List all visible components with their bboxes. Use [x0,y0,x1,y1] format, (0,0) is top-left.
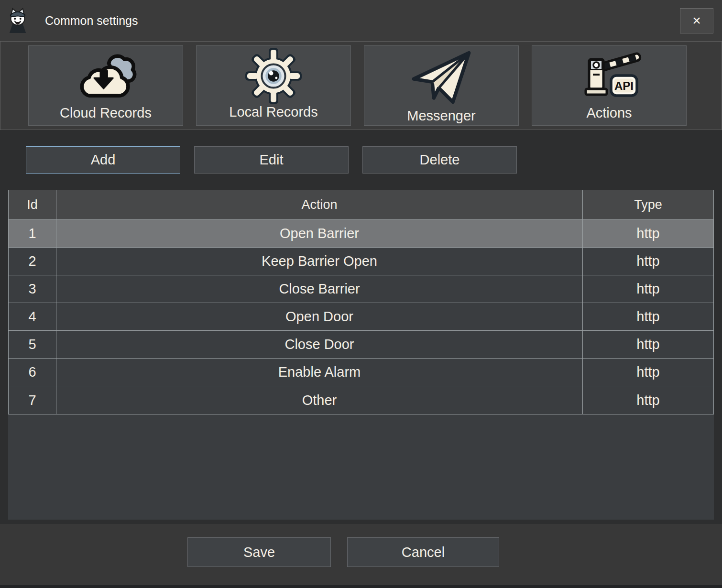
dialog-footer: Save Cancel [0,524,722,588]
row-action-cell: Close Door [56,331,582,358]
row-type-cell: http [582,386,713,414]
table-row[interactable]: 3 Close Barrier http [9,275,713,303]
tab-label: Cloud Records [60,105,152,121]
tab-actions[interactable]: API Actions [532,45,687,126]
edit-button[interactable]: Edit [194,146,349,174]
table-header: Id Action Type [9,190,713,220]
actions-toolbar: Add Edit Delete [0,130,722,174]
tab-cloud-records[interactable]: Cloud Records [28,45,183,126]
cancel-button[interactable]: Cancel [347,537,499,567]
row-action-cell: Enable Alarm [56,359,582,386]
tab-label: Local Records [229,104,317,120]
barrier-api-icon: API [576,46,643,105]
column-header-action: Action [56,190,582,219]
row-id-cell: 4 [9,303,56,330]
table-row[interactable]: 6 Enable Alarm http [9,359,713,386]
row-type-cell: http [582,303,713,330]
row-action-cell: Open Door [56,303,582,330]
main-area: Add Edit Delete Id Action Type 1 Open Ba… [0,130,722,524]
add-button[interactable]: Add [26,146,180,174]
row-action-cell: Keep Barrier Open [56,248,582,275]
row-id-cell: 5 [9,331,56,358]
tab-label: Messenger [407,108,475,124]
tab-local-records[interactable]: Local Records [196,45,351,126]
save-button[interactable]: Save [187,537,331,567]
row-action-cell: Close Barrier [56,275,582,303]
cloud-download-icon [69,46,142,105]
row-type-cell: http [582,275,713,303]
tab-strip: Cloud Records [0,41,722,130]
table-row[interactable]: 4 Open Door http [9,303,713,331]
row-id-cell: 7 [9,386,56,414]
row-id-cell: 1 [9,220,56,247]
row-type-cell: http [582,248,713,275]
tab-label: Actions [586,105,632,121]
column-header-type: Type [582,190,713,219]
table-row[interactable]: 2 Keep Barrier Open http [9,248,713,275]
table-body: 1 Open Barrier http 2 Keep Barrier Open … [9,220,713,414]
row-type-cell: http [582,359,713,386]
row-action-cell: Open Barrier [56,220,582,247]
row-id-cell: 6 [9,359,56,386]
row-action-cell: Other [56,386,582,414]
close-icon: × [692,13,701,28]
delete-button[interactable]: Delete [362,146,517,174]
title-bar: Common settings × [0,0,722,41]
window-title: Common settings [45,14,138,28]
table-row[interactable]: 7 Other http [9,386,713,414]
row-type-cell: http [582,331,713,358]
tab-messenger[interactable]: Messenger [364,45,519,126]
gear-camera-icon [245,46,302,104]
svg-text:API: API [614,79,634,92]
row-id-cell: 3 [9,275,56,303]
table-row[interactable]: 1 Open Barrier http [9,220,713,248]
close-button[interactable]: × [680,8,713,33]
husky-mascot-icon [7,7,29,34]
table-row[interactable]: 5 Close Door http [9,331,713,359]
row-id-cell: 2 [9,248,56,275]
actions-table: Id Action Type 1 Open Barrier http 2 Kee… [8,190,714,520]
column-header-id: Id [9,190,56,219]
paper-plane-icon [408,46,475,108]
row-type-cell: http [582,220,713,247]
